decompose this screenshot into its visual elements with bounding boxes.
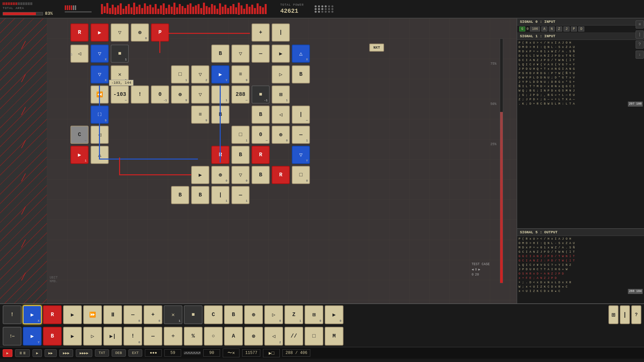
signal0-controls[interactable]: G 0 106 A N Z J P D (517, 25, 644, 33)
deb-btn[interactable]: DEB (112, 349, 126, 357)
cell-grid-1[interactable]: ⊞1 (272, 85, 290, 104)
tool-c-1[interactable]: C (204, 305, 223, 324)
tool-play-x[interactable]: ▶X (23, 305, 42, 324)
tc-prev[interactable]: ◀ (472, 267, 474, 272)
cell-plus-1[interactable]: ⊕0 (131, 23, 149, 42)
tool-play-1[interactable]: ▶ (63, 305, 82, 324)
tool-circx-1[interactable]: ⊗ (244, 327, 263, 346)
cell-tridown-4[interactable]: ▽0 (231, 166, 250, 184)
tool-play-2[interactable]: ▶ (63, 327, 82, 346)
cell-plus-4[interactable]: ⊕0 (211, 166, 229, 184)
cell-play-red-2[interactable]: ▶1 (70, 146, 89, 164)
cell-play-blue-y[interactable]: ▶Y (211, 65, 229, 83)
ffffwd-btn[interactable]: ▶▶▶▶ (76, 349, 92, 357)
cell-value-103[interactable]: -103⋯ (111, 85, 129, 104)
ext-btn[interactable]: EXT (128, 349, 143, 357)
cell-trieq-9[interactable]: ≡9 (191, 106, 209, 124)
tool-plus-1[interactable]: +0 (144, 305, 162, 324)
cell-sq-1[interactable]: □1 (171, 65, 189, 83)
cell-tridown-blue-y[interactable]: ▽Y (292, 146, 310, 164)
tool-a-1[interactable]: A (224, 327, 243, 346)
tool-excl-0[interactable]: !0 (123, 327, 142, 346)
cell-r-4[interactable]: R (252, 146, 270, 164)
tool-diag-1[interactable]: // (284, 327, 303, 346)
right-btn-2[interactable]: | (636, 31, 644, 39)
test-case-controls[interactable]: ◀ 0 ▶ (472, 267, 490, 272)
tool-pct-1[interactable]: % (184, 327, 203, 346)
cell-b-1[interactable]: B (211, 45, 229, 63)
cell-tridown-3[interactable]: ▽ (191, 85, 209, 104)
cell-b-5[interactable]: B (231, 146, 250, 164)
cell-black-sq[interactable]: ■-1 (252, 85, 270, 104)
cell-pipe-dots[interactable]: |⋯ (292, 106, 310, 124)
tool-pipe-icon[interactable]: | (620, 305, 630, 324)
fffwd-btn[interactable]: ▶▶▶ (59, 349, 73, 357)
cell-back-1[interactable]: ◁ (70, 45, 89, 63)
sig-z-btn[interactable]: Z (556, 26, 562, 32)
sig-g-btn[interactable]: G (519, 26, 525, 32)
cell-b-2[interactable]: B (292, 65, 310, 83)
cell-tri-down-2[interactable]: ▽ (231, 45, 250, 63)
cell-excl-1[interactable]: ! (131, 85, 149, 104)
tool-circplus-1[interactable]: ⊕ (244, 305, 263, 324)
tool-play-y[interactable]: ▶Y (23, 327, 42, 346)
tool-excldots[interactable]: !⋯ (3, 327, 21, 346)
cell-play-1[interactable]: ▶ (91, 23, 109, 42)
tool-grid-1[interactable]: ⊞0 (305, 305, 323, 324)
cell-triup-blue-1[interactable]: △X (292, 45, 310, 63)
tool-fwd-end[interactable]: ▶| (103, 327, 122, 346)
tool-minus-1[interactable]: — (144, 327, 162, 346)
cell-play-gold-1[interactable]: ▶ (272, 45, 290, 63)
cell-dash-3[interactable]: —1 (292, 126, 310, 144)
tool-x-1[interactable]: ✕1 (164, 305, 182, 324)
cell-plus-3[interactable]: ⊕0 (272, 126, 290, 144)
cell-tri-2[interactable]: ▽2 (191, 65, 209, 83)
tool-triright-2[interactable]: ▷ (83, 327, 102, 346)
ffwd-btn[interactable]: ▶▶ (45, 349, 56, 357)
tool-z-1[interactable]: Z1 (284, 305, 303, 324)
cell-eq-1[interactable]: ≡9 (231, 65, 250, 83)
tool-grid-icon[interactable]: ⊞ (608, 305, 619, 324)
cell-square-dark-1[interactable]: ■1 (111, 45, 129, 63)
step-btn[interactable]: ▶ (33, 349, 42, 357)
volume-bar[interactable] (500, 39, 503, 283)
tool-rect-1[interactable]: □ (305, 327, 323, 346)
cell-play-gold-2[interactable]: ▶ (191, 166, 209, 184)
cell-zero-1[interactable]: 0-1 (151, 85, 169, 104)
cell-b-7[interactable]: B (171, 186, 189, 204)
tool-trileft-t[interactable]: ◁2 (264, 327, 283, 346)
tool-b-1[interactable]: B (224, 305, 243, 324)
txt-btn[interactable]: TXT (95, 349, 109, 357)
tool-sq-1[interactable]: ■ (184, 305, 203, 324)
tool-b-red[interactable]: B (43, 327, 62, 346)
grid-area[interactable]: ╱ ╱ ╱ ╱ ╱ ╱ ╱ ╱ R ▶ ▽ ⊕0 (0, 18, 517, 303)
nxt-button[interactable]: NXT (369, 44, 384, 52)
circuit-grid[interactable]: R ▶ ▽ ⊕0 R + | ◁ 5 ▽X ■1 (47, 18, 517, 303)
cell-c-1[interactable]: C— (70, 126, 89, 144)
cell-b-6[interactable]: B (252, 166, 270, 184)
cell-dash-2[interactable]: — (252, 45, 270, 63)
pause-btn[interactable]: ⏸⏸ (15, 349, 30, 357)
cell-sq-0[interactable]: □0 (292, 166, 310, 184)
cell-r-5[interactable]: R (272, 166, 290, 184)
cell-triright-1[interactable]: ▷ (272, 65, 290, 83)
cell-plus-2[interactable]: + (252, 23, 270, 42)
tool-m-1[interactable]: M (325, 327, 343, 346)
cell-b-8[interactable]: B (191, 186, 209, 204)
cell-trileft-1[interactable]: ◁ (272, 106, 290, 124)
tool-pause-1[interactable]: ⏸ (103, 305, 122, 324)
sig-n-btn[interactable]: N (549, 26, 555, 32)
cell-tri-blue-1[interactable]: ▽X (91, 45, 109, 63)
sig-p-btn[interactable]: P (571, 26, 577, 32)
cell-pipe-2[interactable]: |1 (211, 186, 229, 204)
tool-circ-1[interactable]: ○ (204, 327, 223, 346)
tool-trigt-1[interactable]: ▷0 (264, 305, 283, 324)
tool-fwd-1[interactable]: ⏩ (83, 305, 102, 324)
cell-x-1[interactable]: ✕-1 (111, 65, 129, 83)
sig-106-btn[interactable]: 106 (530, 26, 540, 32)
tool-excl[interactable]: ! (3, 305, 21, 324)
cell-b-4[interactable]: B (252, 106, 270, 124)
tool-r-1[interactable]: R (43, 305, 62, 324)
cell-sq-gold-1[interactable]: □1 (231, 126, 250, 144)
cell-plus-9[interactable]: ⊕9 (171, 85, 189, 104)
